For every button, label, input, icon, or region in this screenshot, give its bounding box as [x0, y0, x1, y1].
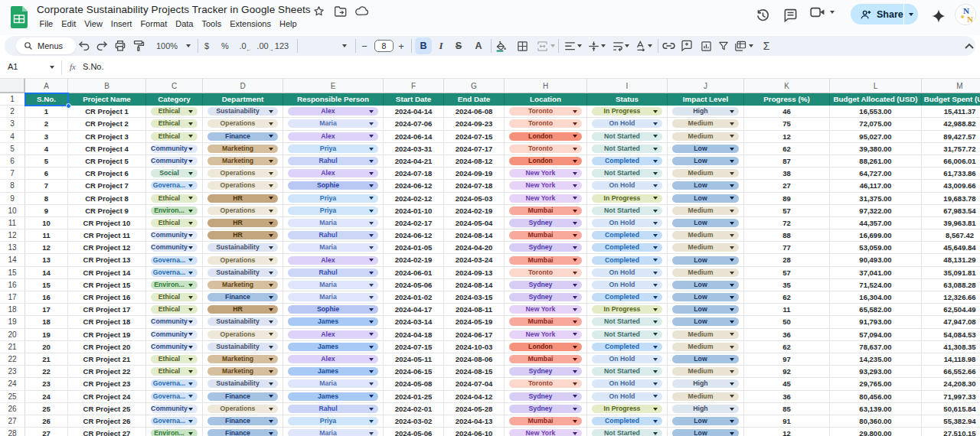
dropdown-chip[interactable]: Finance: [207, 417, 278, 425]
dropdown-chip[interactable]: Medium: [672, 231, 739, 239]
cell-j12[interactable]: Medium: [668, 229, 744, 242]
dropdown-chip[interactable]: Governa...: [151, 256, 198, 265]
cell-b15[interactable]: CR Project 14: [68, 267, 146, 279]
version-history-icon[interactable]: [753, 6, 772, 24]
cell-l9[interactable]: 31,375.00: [830, 193, 922, 205]
cell-d7[interactable]: Operations: [203, 168, 283, 180]
header-cell-allocated[interactable]: Budget Allocated (USD): [830, 93, 922, 106]
cell-a10[interactable]: 9: [25, 205, 68, 217]
cell-g12[interactable]: 2024-08-14: [444, 229, 505, 242]
dropdown-chip[interactable]: Medium: [672, 343, 739, 351]
dropdown-chip[interactable]: Ethical: [151, 194, 198, 203]
dropdown-chip[interactable]: Ethical: [151, 305, 198, 314]
cell-f19[interactable]: 2024-03-14: [384, 316, 444, 328]
cell-i11[interactable]: On Hold: [587, 217, 668, 229]
cell-j21[interactable]: Medium: [668, 341, 744, 353]
cell-a24[interactable]: 23: [25, 378, 68, 390]
dropdown-chip[interactable]: Ethical: [151, 219, 198, 227]
star-icon[interactable]: [312, 5, 325, 18]
cell-i7[interactable]: Not Started: [587, 168, 668, 180]
cell-k12[interactable]: 88: [744, 229, 830, 242]
insert-comment-icon[interactable]: [678, 36, 696, 56]
cell-e3[interactable]: Maria: [283, 118, 384, 130]
cell-c3[interactable]: Ethical: [146, 118, 203, 130]
redo-icon[interactable]: [93, 36, 111, 56]
cell-b4[interactable]: CR Project 3: [68, 131, 146, 143]
strikethrough-button[interactable]: S: [450, 36, 467, 56]
dropdown-chip[interactable]: Low: [672, 305, 739, 314]
cell-e18[interactable]: Sophie: [283, 304, 384, 316]
cell-k26[interactable]: 85: [744, 403, 830, 415]
cell-i18[interactable]: In Progress: [587, 304, 668, 316]
cell-f26[interactable]: 2024-02-01: [384, 403, 444, 415]
header-cell-sno[interactable]: S.No.: [25, 93, 68, 106]
dropdown-chip[interactable]: Social: [151, 169, 198, 177]
cell-e28[interactable]: Maria: [283, 428, 384, 436]
dropdown-chip[interactable]: HR: [207, 219, 278, 227]
dropdown-chip[interactable]: Toronto: [509, 119, 582, 128]
dropdown-chip[interactable]: Low: [672, 293, 739, 301]
cell-g6[interactable]: 2024-08-12: [444, 155, 505, 168]
cell-f5[interactable]: 2024-03-31: [384, 143, 444, 155]
dropdown-chip[interactable]: Toronto: [509, 107, 582, 116]
dropdown-chip[interactable]: Community: [151, 243, 198, 252]
dropdown-chip[interactable]: Sustainability: [207, 268, 278, 277]
cell-l20[interactable]: 57,094.00: [830, 329, 922, 341]
menu-extensions[interactable]: Extensions: [226, 17, 276, 31]
cell-e14[interactable]: Alex: [283, 254, 384, 266]
cell-l8[interactable]: 46,117.00: [830, 180, 922, 192]
cell-g11[interactable]: 2024-05-04: [444, 217, 505, 229]
cell-f22[interactable]: 2024-05-11: [384, 353, 444, 366]
cell-j11[interactable]: Low: [668, 217, 744, 229]
cell-d21[interactable]: Sustainability: [203, 341, 283, 353]
dropdown-chip[interactable]: James: [288, 343, 378, 351]
cell-e20[interactable]: Alex: [283, 329, 384, 341]
row-number[interactable]: 18: [0, 304, 25, 316]
row-number[interactable]: 17: [0, 291, 25, 304]
dropdown-chip[interactable]: Priya: [288, 207, 378, 215]
cell-f27[interactable]: 2024-03-02: [384, 415, 444, 428]
cell-f8[interactable]: 2024-06-12: [384, 180, 444, 192]
cell-c8[interactable]: Governa...: [146, 180, 203, 192]
cell-d24[interactable]: Sustainability: [203, 378, 283, 390]
cell-d23[interactable]: Marketing: [203, 366, 283, 378]
dropdown-chip[interactable]: New York: [509, 429, 582, 436]
cell-k22[interactable]: 97: [744, 353, 830, 366]
cell-i21[interactable]: Completed: [587, 341, 668, 353]
cell-l26[interactable]: 63,139.00: [830, 403, 922, 415]
cell-d10[interactable]: Operations: [203, 205, 283, 217]
cell-c10[interactable]: Environ...: [146, 205, 203, 217]
cell-j4[interactable]: Medium: [668, 131, 744, 143]
dropdown-chip[interactable]: Toronto: [509, 145, 582, 153]
dropdown-chip[interactable]: Finance: [207, 429, 278, 436]
meet-caret-icon[interactable]: [830, 11, 835, 14]
cell-g13[interactable]: 2024-04-20: [444, 242, 505, 254]
cell-h14[interactable]: Mumbai: [505, 254, 587, 266]
row-number[interactable]: 12: [0, 229, 25, 242]
cell-h9[interactable]: New York: [505, 193, 587, 205]
column-header-d[interactable]: D: [203, 79, 283, 93]
header-cell-department[interactable]: Department: [203, 93, 283, 106]
insert-chart-icon[interactable]: [697, 36, 715, 56]
zoom-caret-icon[interactable]: [183, 36, 194, 56]
cell-m22[interactable]: 14,118.98: [922, 353, 980, 366]
cell-i3[interactable]: On Hold: [587, 118, 668, 130]
functions-icon[interactable]: Σ: [757, 36, 776, 56]
dropdown-chip[interactable]: Alex: [288, 330, 378, 339]
cell-g23[interactable]: 2024-08-15: [444, 366, 505, 378]
cell-h7[interactable]: New York: [505, 168, 587, 180]
cell-h2[interactable]: Toronto: [505, 106, 587, 118]
header-cell-start[interactable]: Start Date: [384, 93, 444, 106]
cell-k6[interactable]: 87: [744, 155, 830, 168]
cell-a4[interactable]: 3: [25, 131, 68, 143]
horizontal-align-caret-icon[interactable]: [574, 36, 585, 56]
filter-views-caret-icon[interactable]: [746, 36, 756, 56]
cell-a27[interactable]: 26: [25, 415, 68, 428]
cell-c14[interactable]: Governa...: [146, 254, 203, 266]
cell-j2[interactable]: High: [668, 106, 744, 118]
cell-i20[interactable]: Not Started: [587, 329, 668, 341]
cell-l28[interactable]: 29,800.00: [830, 428, 922, 436]
cell-b19[interactable]: CR Project 18: [68, 316, 146, 328]
cell-g18[interactable]: 2024-08-11: [444, 304, 505, 316]
dropdown-chip[interactable]: On Hold: [592, 379, 662, 388]
